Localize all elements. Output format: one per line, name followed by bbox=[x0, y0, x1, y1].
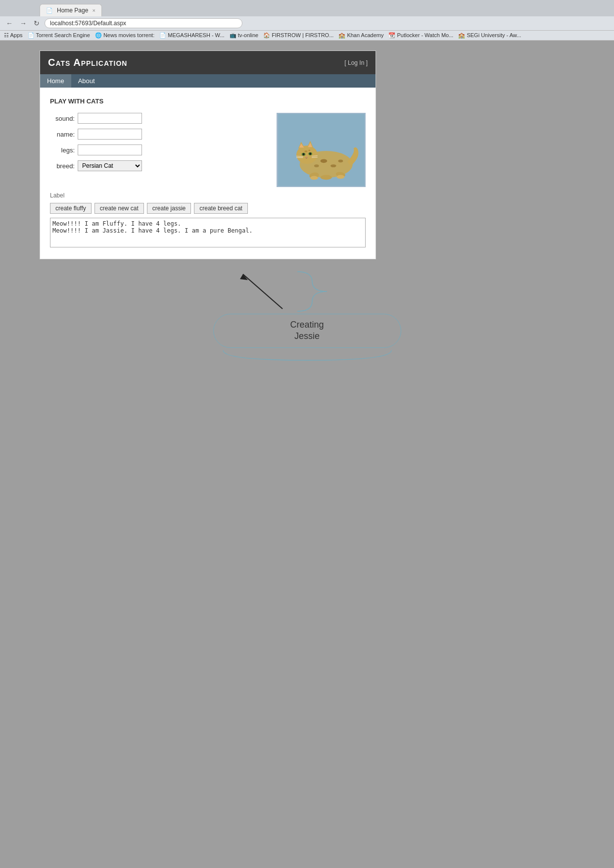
bookmarks-label: ☷ Apps bbox=[4, 32, 23, 39]
bookmark-khan[interactable]: 🏫 Khan Academy bbox=[338, 32, 383, 39]
sound-label: sound: bbox=[50, 115, 75, 122]
bookmark-firstrow[interactable]: 🏠 FIRSTROW | FIRSTRO... bbox=[263, 32, 333, 39]
name-input[interactable] bbox=[78, 129, 142, 140]
name-row: name: bbox=[50, 129, 267, 140]
svg-line-27 bbox=[243, 274, 283, 309]
cat-image bbox=[277, 113, 366, 187]
svg-point-12 bbox=[320, 159, 327, 163]
main-content: PLAY WITH CATS sound: name: bbox=[40, 88, 376, 259]
svg-point-19 bbox=[320, 175, 331, 180]
app-title: Cats Application bbox=[48, 57, 127, 68]
form-fields: sound: name: legs: breed: bbox=[50, 113, 267, 187]
bookmarks-bar: ☷ Apps 📄 Torrent Search Engine 🌐 News mo… bbox=[0, 31, 614, 41]
buttons-row: create fluffy create new cat create jass… bbox=[50, 203, 366, 214]
svg-point-8 bbox=[302, 153, 304, 155]
bookmark-putlocker[interactable]: 📆 Putlocker - Watch Mo... bbox=[388, 32, 453, 39]
page-wrapper: Cats Application [ Log In ] Home About P… bbox=[0, 41, 614, 733]
breed-select[interactable]: Persian Cat Bengal Siamese Maine Coon bbox=[78, 160, 142, 171]
annotation-area: CreatingJessie bbox=[40, 269, 574, 363]
create-new-cat-button[interactable]: create new cat bbox=[94, 203, 144, 214]
back-button[interactable]: ← bbox=[4, 18, 15, 28]
label-text: Label bbox=[50, 192, 366, 199]
nav-about[interactable]: About bbox=[71, 74, 102, 88]
nav-home[interactable]: Home bbox=[40, 74, 71, 88]
address-bar-row: ← → ↻ bbox=[0, 16, 614, 31]
legs-row: legs: bbox=[50, 145, 267, 155]
sound-input[interactable] bbox=[78, 113, 142, 124]
annotation-bottom-bracket bbox=[208, 348, 406, 363]
cat-form-area: sound: name: legs: breed: bbox=[50, 113, 366, 187]
legs-label: legs: bbox=[50, 146, 75, 154]
app-container: Cats Application [ Log In ] Home About P… bbox=[40, 50, 376, 259]
svg-point-22 bbox=[336, 175, 344, 179]
page-icon: 📄 bbox=[46, 7, 53, 14]
section-title: PLAY WITH CATS bbox=[50, 97, 366, 105]
bubble-text: CreatingJessie bbox=[290, 319, 324, 342]
bookmark-tvonline[interactable]: 📺 tv-online bbox=[230, 32, 259, 39]
svg-point-15 bbox=[314, 164, 319, 167]
svg-point-17 bbox=[308, 150, 310, 151]
svg-point-21 bbox=[310, 176, 318, 180]
bookmark-news[interactable]: 🌐 News movies torrent: bbox=[95, 32, 154, 39]
breed-label: breed: bbox=[50, 162, 75, 170]
bookmark-segi[interactable]: 🏫 SEGi University - Aw... bbox=[458, 32, 521, 39]
login-link[interactable]: [ Log In ] bbox=[344, 59, 368, 66]
forward-button[interactable]: → bbox=[18, 18, 29, 28]
annotation-arrow bbox=[184, 269, 381, 314]
output-textarea[interactable]: Meow!!!! I am Fluffy. I have 4 legs. Meo… bbox=[50, 218, 366, 247]
bookmark-megashare[interactable]: 📄 MEGASHARESH - W... bbox=[159, 32, 224, 39]
nav-bar: Home About bbox=[40, 74, 376, 88]
browser-chrome: 📄 Home Page × ← → ↻ ☷ Apps 📄 Torrent Sea… bbox=[0, 0, 614, 41]
svg-point-13 bbox=[330, 164, 336, 167]
refresh-button[interactable]: ↻ bbox=[32, 18, 42, 28]
tab-bar: 📄 Home Page × bbox=[0, 0, 614, 16]
svg-point-16 bbox=[304, 150, 307, 152]
annotation-bubble: CreatingJessie bbox=[213, 314, 401, 348]
legs-input[interactable] bbox=[78, 145, 142, 155]
cat-illustration bbox=[278, 113, 365, 187]
name-label: name: bbox=[50, 131, 75, 138]
address-input[interactable] bbox=[45, 18, 242, 28]
tab-title: Home Page bbox=[57, 7, 88, 14]
breed-row: breed: Persian Cat Bengal Siamese Maine … bbox=[50, 160, 267, 171]
create-breed-cat-button[interactable]: create breed cat bbox=[194, 203, 248, 214]
tab-close-button[interactable]: × bbox=[92, 7, 95, 13]
svg-point-14 bbox=[338, 159, 343, 162]
svg-point-10 bbox=[309, 152, 311, 155]
create-jassie-button[interactable]: create jassie bbox=[147, 203, 191, 214]
create-fluffy-button[interactable]: create fluffy bbox=[50, 203, 92, 214]
browser-tab[interactable]: 📄 Home Page × bbox=[40, 4, 102, 16]
app-header: Cats Application [ Log In ] bbox=[40, 51, 376, 74]
bookmark-torrent[interactable]: 📄 Torrent Search Engine bbox=[28, 32, 90, 39]
sound-row: sound: bbox=[50, 113, 267, 124]
